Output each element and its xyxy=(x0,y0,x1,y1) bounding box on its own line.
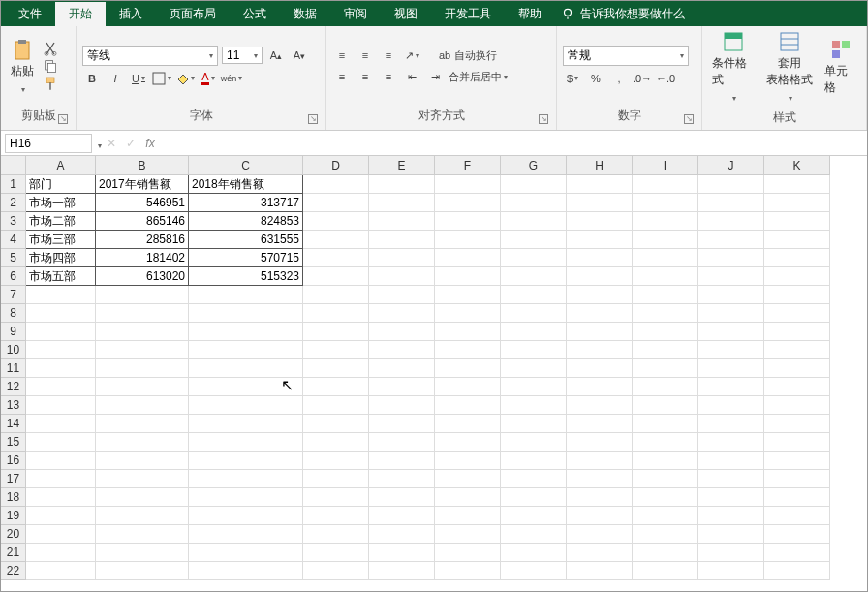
cell[interactable] xyxy=(303,544,369,562)
number-format-select[interactable]: 常规 xyxy=(563,46,689,66)
menu-tab-6[interactable]: 审阅 xyxy=(330,2,381,26)
cell[interactable] xyxy=(501,359,567,378)
cell[interactable] xyxy=(435,194,501,212)
cell[interactable] xyxy=(369,249,435,267)
border-button[interactable] xyxy=(152,70,171,87)
cell[interactable] xyxy=(633,212,698,231)
row-header[interactable]: 7 xyxy=(1,286,26,304)
cell[interactable] xyxy=(567,470,633,488)
cell[interactable] xyxy=(303,396,369,415)
cell[interactable] xyxy=(633,488,698,507)
cell[interactable] xyxy=(369,286,435,304)
cell[interactable] xyxy=(189,396,303,415)
menu-tab-9[interactable]: 帮助 xyxy=(505,2,555,26)
cell[interactable] xyxy=(369,194,435,212)
cell[interactable] xyxy=(189,323,303,341)
cell[interactable]: 570715 xyxy=(189,249,303,267)
cell[interactable] xyxy=(567,452,633,470)
cell[interactable] xyxy=(26,544,96,562)
cell[interactable] xyxy=(369,341,435,359)
decrease-font-icon[interactable]: A▾ xyxy=(290,47,309,64)
cell[interactable] xyxy=(435,212,501,231)
currency-icon[interactable]: $ xyxy=(563,70,582,87)
cell[interactable] xyxy=(96,562,189,580)
cell[interactable] xyxy=(633,470,698,488)
row-header[interactable]: 2 xyxy=(1,194,26,212)
cell[interactable] xyxy=(764,359,830,378)
cell[interactable] xyxy=(764,249,830,267)
cell[interactable] xyxy=(501,488,567,507)
percent-icon[interactable]: % xyxy=(586,70,605,87)
cell[interactable] xyxy=(633,341,698,359)
col-header[interactable]: H xyxy=(567,156,633,175)
cell[interactable] xyxy=(435,304,501,323)
cell[interactable] xyxy=(26,525,96,544)
cell[interactable] xyxy=(567,359,633,378)
cell[interactable] xyxy=(303,525,369,544)
row-header[interactable]: 17 xyxy=(1,470,26,488)
underline-button[interactable]: U xyxy=(129,70,148,87)
cell[interactable] xyxy=(633,562,698,580)
cell[interactable] xyxy=(189,359,303,378)
align-center-icon[interactable]: ≡ xyxy=(356,68,375,85)
cell[interactable] xyxy=(26,396,96,415)
cell[interactable] xyxy=(698,544,764,562)
cell[interactable] xyxy=(303,267,369,286)
cell[interactable] xyxy=(567,525,633,544)
increase-font-icon[interactable]: A▴ xyxy=(266,47,286,64)
cell[interactable] xyxy=(698,507,764,525)
row-header[interactable]: 13 xyxy=(1,396,26,415)
cell[interactable] xyxy=(501,544,567,562)
cell[interactable] xyxy=(501,304,567,323)
row-header[interactable]: 4 xyxy=(1,231,26,249)
cell[interactable] xyxy=(633,323,698,341)
cell[interactable] xyxy=(96,359,189,378)
cell[interactable] xyxy=(501,507,567,525)
cell[interactable] xyxy=(369,175,435,194)
cell[interactable]: 2018年销售额 xyxy=(189,175,303,194)
cell[interactable] xyxy=(698,267,764,286)
bold-button[interactable]: B xyxy=(82,70,102,87)
cell[interactable] xyxy=(764,525,830,544)
cell[interactable] xyxy=(435,396,501,415)
dialog-launcher-icon[interactable]: ↘ xyxy=(58,114,68,124)
menu-tab-1[interactable]: 开始 xyxy=(55,2,106,26)
cell[interactable] xyxy=(369,507,435,525)
cell[interactable] xyxy=(633,286,698,304)
font-size-select[interactable]: 11 xyxy=(222,47,263,64)
cell[interactable] xyxy=(764,470,830,488)
cell[interactable] xyxy=(501,341,567,359)
cell[interactable] xyxy=(303,341,369,359)
cell[interactable] xyxy=(764,507,830,525)
decrease-decimal-icon[interactable]: ←.0 xyxy=(656,70,675,87)
cell[interactable] xyxy=(26,507,96,525)
cell[interactable] xyxy=(567,212,633,231)
row-header[interactable]: 16 xyxy=(1,452,26,470)
cell[interactable]: 515323 xyxy=(189,267,303,286)
cell[interactable] xyxy=(567,415,633,433)
copy-icon[interactable] xyxy=(42,58,59,74)
select-all-corner[interactable] xyxy=(1,156,26,175)
cell[interactable] xyxy=(764,544,830,562)
cell[interactable] xyxy=(369,433,435,452)
cell[interactable] xyxy=(303,470,369,488)
cell[interactable] xyxy=(501,175,567,194)
cell[interactable] xyxy=(369,562,435,580)
font-name-select[interactable]: 等线 xyxy=(82,46,218,66)
cell[interactable] xyxy=(698,525,764,544)
cell[interactable] xyxy=(96,433,189,452)
cell[interactable] xyxy=(501,525,567,544)
cell[interactable] xyxy=(435,433,501,452)
cell[interactable] xyxy=(567,341,633,359)
cell[interactable] xyxy=(698,286,764,304)
cell[interactable]: 546951 xyxy=(96,194,189,212)
col-header[interactable]: C xyxy=(189,156,303,175)
cell[interactable] xyxy=(698,323,764,341)
cell[interactable] xyxy=(303,507,369,525)
dialog-launcher-icon[interactable]: ↘ xyxy=(539,114,548,124)
cell[interactable] xyxy=(633,249,698,267)
cell[interactable] xyxy=(567,231,633,249)
cell[interactable] xyxy=(189,507,303,525)
cell[interactable] xyxy=(567,267,633,286)
cell[interactable] xyxy=(633,544,698,562)
